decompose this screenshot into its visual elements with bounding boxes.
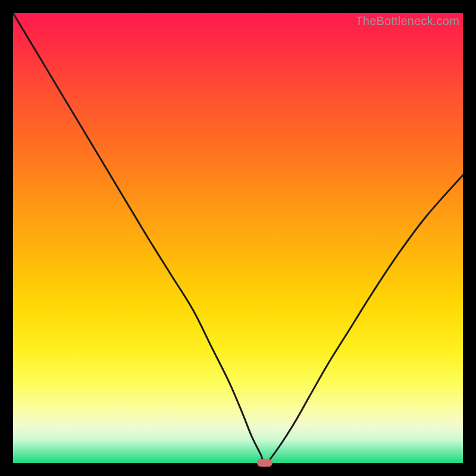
bottleneck-curve: [13, 13, 463, 463]
plot-area: TheBottleneck.com: [13, 13, 463, 463]
chart-frame: TheBottleneck.com: [0, 0, 476, 476]
optimal-point-marker: [257, 459, 273, 467]
